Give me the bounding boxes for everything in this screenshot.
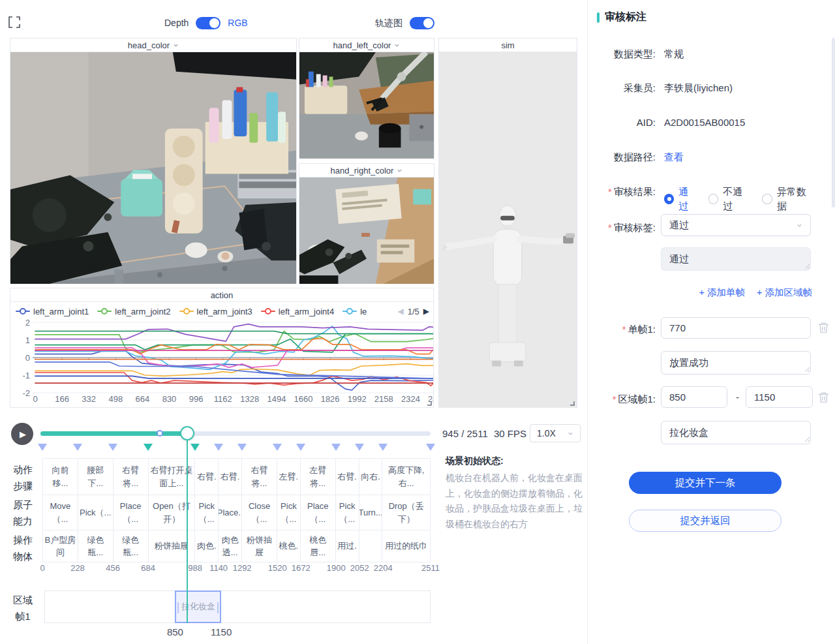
submit-next-button[interactable]: 提交并下一条 — [629, 472, 782, 494]
action-step-cell[interactable]: 右臂. — [219, 459, 242, 495]
segment-marker-icon[interactable] — [73, 444, 82, 455]
region-start-input[interactable] — [661, 386, 727, 408]
operated-object-cell[interactable]: 用过的纸巾 — [382, 530, 430, 562]
segment-marker-icon[interactable] — [38, 444, 47, 455]
legend-series-label: le — [360, 307, 367, 316]
depth-rgb-toggle[interactable] — [196, 17, 220, 29]
segment-marker-icon[interactable] — [237, 444, 247, 455]
action-step-cell[interactable]: 右臂将... — [242, 459, 277, 495]
legend-item[interactable]: left_arm_joint3 — [179, 307, 252, 316]
atomic-ability-cell[interactable]: Pick（... — [277, 495, 301, 530]
atomic-ability-cell[interactable]: Pick（... — [195, 495, 219, 530]
radio-icon[interactable] — [708, 194, 718, 204]
atomic-ability-cell[interactable]: Place.. — [219, 495, 242, 530]
action-step-cell[interactable]: 高度下降, 右... — [382, 459, 430, 495]
action-step-cell[interactable]: 左臂将... — [301, 459, 336, 495]
atomic-ability-cell[interactable]: Pick（... — [336, 495, 359, 530]
delete-region-frame-icon[interactable] — [818, 391, 829, 403]
operated-object-cell[interactable]: 粉饼抽屉 — [242, 530, 277, 562]
review-result-option[interactable]: 通过 — [664, 185, 697, 213]
action-step-cell[interactable]: 右臂. — [336, 459, 359, 495]
segment-marker-icon[interactable] — [331, 444, 341, 455]
region-end-input[interactable] — [746, 386, 813, 408]
atomic-ability-cell[interactable]: Place（... — [301, 495, 336, 530]
trajectory-control: 轨迹图 — [375, 16, 434, 29]
review-result-option[interactable]: 不通过 — [708, 185, 751, 213]
legend-item[interactable]: left_arm_joint2 — [97, 307, 170, 316]
segment-marker-icon[interactable] — [378, 444, 387, 455]
head-camera-selector[interactable]: head_color — [10, 38, 296, 52]
tag-note-textarea[interactable]: 通过 — [661, 247, 811, 271]
legend-prev-icon[interactable]: ◀ — [397, 307, 403, 316]
action-step-cell[interactable]: 右臂. — [195, 459, 219, 495]
atomic-ability-cell[interactable]: Open（打开） — [149, 495, 196, 530]
atomic-ability-cell[interactable]: Drop（丢下） — [382, 495, 430, 530]
resize-corner-icon[interactable] — [568, 399, 575, 406]
region-frame-block[interactable]: 拉化妆盒 — [175, 590, 221, 623]
action-step-cell[interactable]: 右臂将... — [114, 459, 149, 495]
radio-icon[interactable] — [762, 194, 772, 204]
operated-object-cell[interactable]: B户型房间 — [43, 530, 78, 562]
operated-object-cell[interactable] — [359, 530, 383, 562]
legend-item[interactable]: le — [342, 307, 367, 316]
operated-object-cell[interactable]: 肉色透... — [219, 530, 242, 562]
review-tag-select[interactable]: 通过 — [661, 214, 811, 236]
operated-object-cell[interactable]: 绿色瓶... — [78, 530, 114, 562]
timeline-axis-labels: 0228456684988114012921520167219002052220… — [42, 563, 434, 574]
atomic-ability-row: Move（...Pick（...Place（...Open（打开）Pick（..… — [42, 495, 431, 530]
single-frame-note-textarea[interactable]: 放置成功 — [661, 351, 811, 375]
operated-object-cell[interactable]: 粉饼抽屉 — [149, 530, 196, 562]
segment-marker-icon[interactable] — [273, 444, 282, 455]
fullscreen-icon[interactable] — [8, 16, 20, 28]
axis-tick-label: 2052 — [350, 563, 369, 573]
atomic-ability-cell[interactable]: Pick（... — [78, 495, 114, 530]
region-frame-note-textarea[interactable]: 拉化妆盒 — [661, 421, 811, 444]
legend-item[interactable]: left_arm_joint1 — [16, 307, 89, 316]
segment-marker-icon[interactable] — [214, 444, 223, 455]
region-left-handle[interactable] — [177, 602, 179, 613]
segment-marker-icon[interactable] — [426, 444, 435, 455]
action-step-cell[interactable]: 向前移... — [43, 459, 78, 495]
region-frame-bar[interactable] — [44, 590, 431, 623]
operated-object-cell[interactable]: 用过. — [336, 530, 359, 562]
add-region-frame-link[interactable]: + 添加区域帧 — [757, 286, 812, 299]
legend-next-icon[interactable]: ▶ — [423, 307, 429, 316]
review-result-option[interactable]: 异常数据 — [762, 185, 814, 213]
operated-object-cell[interactable]: 肉色. — [195, 530, 219, 562]
panel-scrollbar[interactable] — [832, 38, 835, 207]
add-single-frame-link[interactable]: + 添加单帧 — [699, 286, 746, 299]
hand-right-camera-selector[interactable]: hand_right_color — [299, 164, 434, 177]
legend-item[interactable]: left_arm_joint4 — [261, 307, 334, 316]
delete-single-frame-icon[interactable] — [818, 322, 829, 333]
action-step-cell[interactable]: 右臂打开桌面上... — [149, 459, 196, 495]
atomic-ability-cell[interactable]: Turn... — [359, 495, 383, 530]
head-camera-image — [10, 52, 296, 284]
action-step-cell[interactable]: 腰部下... — [78, 459, 114, 495]
playhead-line[interactable] — [187, 440, 188, 623]
speed-select[interactable]: 1.0X — [530, 424, 581, 442]
single-frame-input[interactable] — [661, 317, 811, 339]
action-step-cell[interactable]: 左臂. — [277, 459, 301, 495]
play-button[interactable]: ▶ — [11, 423, 33, 445]
trajectory-toggle[interactable] — [410, 17, 434, 29]
action-chart-panel: action left_arm_joint1left_arm_joint2lef… — [10, 288, 434, 408]
radio-checked-icon[interactable] — [664, 194, 674, 204]
atomic-ability-cell[interactable]: Place（... — [114, 495, 149, 530]
region-right-handle[interactable] — [217, 602, 219, 613]
operated-object-cell[interactable]: 桃色唇... — [301, 530, 336, 562]
segment-marker-icon[interactable] — [296, 444, 305, 455]
data-path-link[interactable]: 查看 — [664, 150, 684, 164]
segment-marker-icon[interactable] — [355, 444, 364, 455]
action-step-cell[interactable]: 向右. — [359, 459, 383, 495]
segment-marker-icon[interactable] — [108, 444, 117, 455]
timeline-slider-handle[interactable] — [180, 426, 194, 440]
atomic-ability-cell[interactable]: Move（... — [43, 495, 78, 530]
hand-left-camera-selector[interactable]: hand_left_color — [299, 38, 434, 52]
segment-marker-icon[interactable] — [190, 444, 200, 455]
operated-object-cell[interactable]: 绿色瓶... — [114, 530, 149, 562]
atomic-ability-cell[interactable]: Close（... — [242, 495, 277, 530]
resize-corner-icon[interactable] — [425, 399, 432, 406]
submit-back-button[interactable]: 提交并返回 — [629, 510, 782, 532]
segment-marker-icon[interactable] — [144, 444, 153, 455]
operated-object-cell[interactable]: 桃色. — [277, 530, 301, 562]
